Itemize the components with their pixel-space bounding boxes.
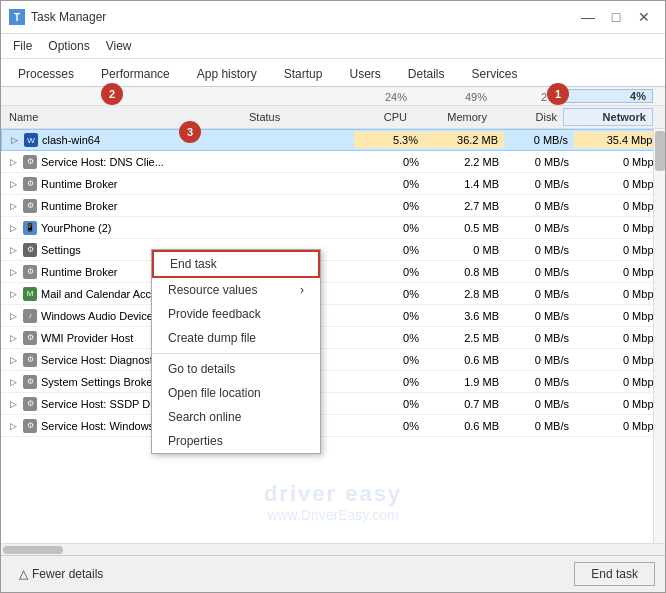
process-name: ▷ ⚙ Service Host: DNS Clie... xyxy=(1,153,255,171)
context-menu-provide-feedback[interactable]: Provide feedback xyxy=(152,302,320,326)
end-task-button[interactable]: End task xyxy=(574,562,655,586)
tab-performance[interactable]: Performance xyxy=(88,60,183,87)
table-row[interactable]: ▷ ♪ Windows Audio Device Graph Is... 0% … xyxy=(1,305,665,327)
process-cpu: 0% xyxy=(355,242,425,258)
process-cpu: 0% xyxy=(355,220,425,236)
table-row[interactable]: ▷ ⚙ System Settings Broker 0% 1.9 MB 0 M… xyxy=(1,371,665,393)
expand-icon[interactable]: ▷ xyxy=(7,178,19,190)
col-header-status[interactable]: Status xyxy=(243,109,343,125)
context-menu-end-task[interactable]: End task xyxy=(152,250,320,278)
expand-icon[interactable]: ▷ xyxy=(7,332,19,344)
process-name: ▷ 📱 YourPhone (2) xyxy=(1,219,255,237)
process-network: 0 Mbps xyxy=(575,220,665,236)
table-row[interactable]: ▷ ⚙ Service Host: Windows License ... 0%… xyxy=(1,415,665,437)
process-icon: W xyxy=(24,133,38,147)
expand-icon[interactable]: ▷ xyxy=(7,266,19,278)
expand-icon[interactable]: ▷ xyxy=(7,244,19,256)
expand-icon[interactable]: ▷ xyxy=(7,288,19,300)
process-status xyxy=(255,226,355,230)
expand-icon[interactable]: ▷ xyxy=(7,200,19,212)
col-header-disk[interactable]: Disk xyxy=(493,109,563,125)
process-memory: 2.5 MB xyxy=(425,330,505,346)
context-menu-open-file-location[interactable]: Open file location xyxy=(152,381,320,405)
maximize-button[interactable]: □ xyxy=(603,7,629,27)
process-icon: ⚙ xyxy=(23,155,37,169)
process-disk: 0 MB/s xyxy=(505,242,575,258)
table-row[interactable]: ▷ ⚙ Settings 0% 0 MB 0 MB/s 0 Mbps xyxy=(1,239,665,261)
tab-services[interactable]: Services xyxy=(459,60,531,87)
expand-icon[interactable]: ▷ xyxy=(7,156,19,168)
expand-icon[interactable]: ▷ xyxy=(7,376,19,388)
app-icon: T xyxy=(9,9,25,25)
scrollbar-h-thumb[interactable] xyxy=(3,546,63,554)
col-header-cpu[interactable]: CPU xyxy=(343,109,413,125)
process-memory: 1.9 MB xyxy=(425,374,505,390)
process-network: 0 Mbps xyxy=(575,418,665,434)
watermark: driver easy www.DriverEasy.com xyxy=(264,481,402,523)
context-menu-go-to-details[interactable]: Go to details xyxy=(152,357,320,381)
process-status xyxy=(254,138,354,142)
expand-icon[interactable]: ▷ xyxy=(7,222,19,234)
process-memory: 3.6 MB xyxy=(425,308,505,324)
col-header-name[interactable]: Name xyxy=(1,109,243,125)
column-headers: Name Status CPU Memory Disk Network xyxy=(1,106,665,129)
task-manager-window: T Task Manager — □ ✕ File Options View P… xyxy=(0,0,666,593)
col-header-network[interactable]: Network xyxy=(563,108,653,126)
process-icon: ⚙ xyxy=(23,199,37,213)
process-memory: 0.6 MB xyxy=(425,418,505,434)
table-row[interactable]: ▷ ⚙ WMI Provider Host 0% 2.5 MB 0 MB/s 0… xyxy=(1,327,665,349)
menu-file[interactable]: File xyxy=(5,36,40,56)
scrollbar-vertical[interactable] xyxy=(653,129,665,543)
menu-options[interactable]: Options xyxy=(40,36,97,56)
process-cpu: 0% xyxy=(355,330,425,346)
tab-users[interactable]: Users xyxy=(336,60,393,87)
context-menu-search-online[interactable]: Search online xyxy=(152,405,320,429)
expand-icon[interactable]: ▷ xyxy=(7,310,19,322)
minimize-button[interactable]: — xyxy=(575,7,601,27)
memory-percent-header: 49% xyxy=(413,91,493,103)
scrollbar-thumb[interactable] xyxy=(655,131,665,171)
context-menu-separator xyxy=(152,353,320,354)
tab-processes[interactable]: Processes xyxy=(5,60,87,87)
context-menu-resource-values[interactable]: Resource values › xyxy=(152,278,320,302)
process-network: 0 Mbps xyxy=(575,308,665,324)
network-percent-header: 4% xyxy=(563,89,653,103)
context-menu-create-dump[interactable]: Create dump file xyxy=(152,326,320,350)
table-row[interactable]: ▷ M Mail and Calendar Accou... 0% 2.8 MB… xyxy=(1,283,665,305)
table-row[interactable]: ▷ ⚙ Runtime Broker 0% 1.4 MB 0 MB/s 0 Mb… xyxy=(1,173,665,195)
expand-icon[interactable]: ▷ xyxy=(8,134,20,146)
process-network: 0 Mbps xyxy=(575,352,665,368)
process-icon: ⚙ xyxy=(23,331,37,345)
tab-startup[interactable]: Startup xyxy=(271,60,336,87)
close-button[interactable]: ✕ xyxy=(631,7,657,27)
process-cpu: 0% xyxy=(355,154,425,170)
scrollbar-horizontal[interactable] xyxy=(1,543,665,555)
table-row[interactable]: ▷ 📱 YourPhone (2) 0% 0.5 MB 0 MB/s 0 Mbp… xyxy=(1,217,665,239)
expand-icon[interactable]: ▷ xyxy=(7,354,19,366)
process-network: 0 Mbps xyxy=(575,242,665,258)
tab-app-history[interactable]: App history xyxy=(184,60,270,87)
process-network: 0 Mbps xyxy=(575,264,665,280)
table-row[interactable]: ▷ ⚙ Runtime Broker 0% 2.7 MB 0 MB/s 0 Mb… xyxy=(1,195,665,217)
process-cpu: 0% xyxy=(355,308,425,324)
col-header-memory[interactable]: Memory xyxy=(413,109,493,125)
process-disk: 0 MB/s xyxy=(505,374,575,390)
menu-view[interactable]: View xyxy=(98,36,140,56)
expand-icon[interactable]: ▷ xyxy=(7,398,19,410)
table-row[interactable]: ▷ ⚙ Service Host: SSDP Discovery 0% 0.7 … xyxy=(1,393,665,415)
process-memory: 1.4 MB xyxy=(425,176,505,192)
table-row[interactable]: ▷ ⚙ Service Host: Diagnostic System... 0… xyxy=(1,349,665,371)
context-menu-properties[interactable]: Properties xyxy=(152,429,320,453)
table-row[interactable]: ▷ ⚙ Runtime Broker 0% 0.8 MB 0 MB/s 0 Mb… xyxy=(1,261,665,283)
table-row[interactable]: ▷ W clash-win64 5.3% 36.2 MB 0 MB/s 35.4… xyxy=(1,129,665,151)
process-name: ▷ ⚙ Runtime Broker xyxy=(1,197,255,215)
context-menu: End task Resource values › Provide feedb… xyxy=(151,249,321,454)
fewer-details-button[interactable]: △ Fewer details xyxy=(11,564,111,584)
expand-icon[interactable]: ▷ xyxy=(7,420,19,432)
menu-bar: File Options View xyxy=(1,34,665,59)
tab-details[interactable]: Details xyxy=(395,60,458,87)
process-disk: 0 MB/s xyxy=(505,264,575,280)
window-title: Task Manager xyxy=(31,10,106,24)
table-row[interactable]: ▷ ⚙ Service Host: DNS Clie... 0% 2.2 MB … xyxy=(1,151,665,173)
process-disk: 0 MB/s xyxy=(505,220,575,236)
